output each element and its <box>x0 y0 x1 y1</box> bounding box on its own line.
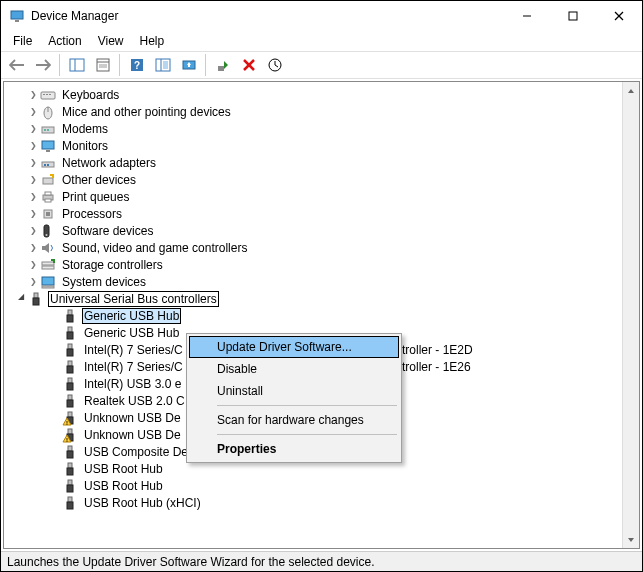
tree-item-usb-controllers[interactable]: ◢Universal Serial Bus controllers <box>4 290 622 307</box>
help-button[interactable]: ? <box>125 54 149 76</box>
expand-arrow-icon[interactable]: ❯ <box>26 124 40 133</box>
tree-item[interactable]: ❯Print queues <box>4 188 622 205</box>
tree-item[interactable]: ❯Network adapters <box>4 154 622 171</box>
svg-rect-58 <box>68 378 72 383</box>
svg-rect-3 <box>569 12 577 20</box>
close-button[interactable] <box>596 1 642 31</box>
expand-arrow-icon[interactable]: ❯ <box>26 175 40 184</box>
tree-item-label: USB Root Hub <box>82 479 165 493</box>
expand-arrow-icon[interactable]: ❯ <box>26 277 40 286</box>
device-tree-panel: ❯Keyboards❯Mice and other pointing devic… <box>3 81 640 549</box>
enable-device-button[interactable] <box>211 54 235 76</box>
expand-arrow-icon[interactable]: ❯ <box>26 226 40 235</box>
title-bar: Device Manager <box>1 1 642 31</box>
tree-item[interactable]: ❯Keyboards <box>4 86 622 103</box>
usb-icon <box>62 342 78 358</box>
svg-rect-70 <box>68 463 72 468</box>
tree-item[interactable]: ❯Processors <box>4 205 622 222</box>
expand-arrow-icon[interactable]: ❯ <box>26 141 40 150</box>
context-menu-item[interactable]: Scan for hardware changes <box>189 409 399 431</box>
svg-rect-35 <box>47 164 49 166</box>
svg-rect-48 <box>34 293 38 298</box>
tree-item-label: Print queues <box>60 190 131 204</box>
tree-item[interactable]: ❯Monitors <box>4 137 622 154</box>
tree-item-label: Universal Serial Bus controllers <box>48 291 219 307</box>
svg-rect-31 <box>42 141 54 149</box>
keyboard-icon <box>40 87 56 103</box>
update-driver-button[interactable] <box>177 54 201 76</box>
svg-point-29 <box>44 129 46 131</box>
tree-item[interactable]: ❯Modems <box>4 120 622 137</box>
menu-file[interactable]: File <box>7 33 38 49</box>
usbwarn-icon: ! <box>62 427 78 443</box>
device-tree[interactable]: ❯Keyboards❯Mice and other pointing devic… <box>4 82 622 548</box>
tree-item[interactable]: ❯System devices <box>4 273 622 290</box>
svg-rect-65 <box>68 429 72 434</box>
tree-item[interactable]: ❯Mice and other pointing devices <box>4 103 622 120</box>
svg-rect-34 <box>44 164 46 166</box>
usb-icon <box>62 393 78 409</box>
context-menu-item-label: Uninstall <box>217 384 263 398</box>
tree-item-label: Generic USB Hub <box>82 326 181 340</box>
expand-arrow-icon[interactable]: ❯ <box>26 192 40 201</box>
expand-arrow-icon[interactable]: ❯ <box>26 107 40 116</box>
tree-item[interactable]: ❯Software devices <box>4 222 622 239</box>
expand-arrow-icon[interactable]: ❯ <box>26 260 40 269</box>
vertical-scrollbar[interactable] <box>622 82 639 548</box>
tree-item[interactable]: ❯Storage controllers <box>4 256 622 273</box>
context-menu-item[interactable]: Update Driver Software... <box>189 336 399 358</box>
forward-button[interactable] <box>31 54 55 76</box>
expand-arrow-icon[interactable]: ❯ <box>26 90 40 99</box>
svg-rect-68 <box>68 446 72 451</box>
svg-rect-41 <box>46 212 50 216</box>
maximize-button[interactable] <box>550 1 596 31</box>
usb-icon <box>62 495 78 511</box>
tree-item[interactable]: ·USB Root Hub <box>4 477 622 494</box>
context-menu-item[interactable]: Uninstall <box>189 380 399 402</box>
svg-rect-44 <box>42 262 54 265</box>
monitor-icon <box>40 138 56 154</box>
context-menu-separator <box>217 405 397 406</box>
sw-icon <box>40 223 56 239</box>
svg-rect-47 <box>42 286 54 288</box>
svg-text:?: ? <box>134 60 140 71</box>
tree-item[interactable]: ❯Other devices <box>4 171 622 188</box>
context-menu-item[interactable]: Properties <box>189 438 399 460</box>
usb-icon <box>62 444 78 460</box>
expand-arrow-icon[interactable]: ❯ <box>26 209 40 218</box>
scan-button[interactable] <box>151 54 175 76</box>
expand-arrow-icon[interactable]: ❯ <box>26 158 40 167</box>
tree-item-label-suffix: troller - 1E26 <box>400 360 473 374</box>
tree-item[interactable]: ❯Sound, video and game controllers <box>4 239 622 256</box>
window-title: Device Manager <box>31 9 504 23</box>
back-button[interactable] <box>5 54 29 76</box>
uninstall-button[interactable] <box>237 54 261 76</box>
tree-item-label: USB Root Hub <box>82 462 165 476</box>
svg-rect-75 <box>67 502 73 509</box>
properties-button[interactable] <box>91 54 115 76</box>
menu-action[interactable]: Action <box>42 33 87 49</box>
tree-item[interactable]: ·Generic USB Hub <box>4 307 622 324</box>
scan-hardware-button[interactable] <box>263 54 287 76</box>
collapse-arrow-icon[interactable]: ◢ <box>14 292 28 301</box>
svg-rect-49 <box>33 298 39 305</box>
tree-item-label: Sound, video and game controllers <box>60 241 249 255</box>
context-menu-item[interactable]: Disable <box>189 358 399 380</box>
modem-icon <box>40 121 56 137</box>
svg-rect-23 <box>43 94 45 95</box>
svg-rect-36 <box>43 178 53 184</box>
context-menu-item-label: Properties <box>217 442 276 456</box>
minimize-button[interactable] <box>504 1 550 31</box>
tree-item-label: Monitors <box>60 139 110 153</box>
svg-rect-51 <box>67 315 73 322</box>
show-hide-tree-button[interactable] <box>65 54 89 76</box>
scroll-down-button[interactable] <box>623 531 639 548</box>
tree-item[interactable]: ·USB Root Hub (xHCI) <box>4 494 622 511</box>
scroll-up-button[interactable] <box>623 82 639 99</box>
expand-arrow-icon[interactable]: ❯ <box>26 243 40 252</box>
tree-item-label: Software devices <box>60 224 155 238</box>
svg-rect-52 <box>68 327 72 332</box>
context-menu-item-label: Scan for hardware changes <box>217 413 364 427</box>
menu-view[interactable]: View <box>92 33 130 49</box>
menu-help[interactable]: Help <box>134 33 171 49</box>
